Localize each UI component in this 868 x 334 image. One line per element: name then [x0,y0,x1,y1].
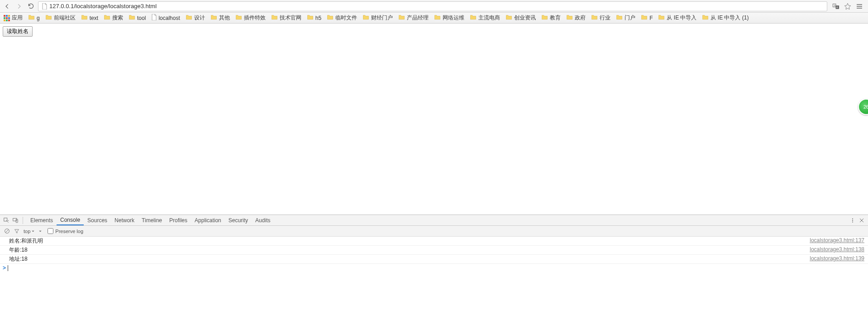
bookmark-item[interactable]: 其他 [210,14,230,22]
log-source-link[interactable]: localstorage3.html:137 [810,237,864,245]
bookmark-item[interactable]: text [81,14,98,21]
devtools: ElementsConsoleSourcesNetworkTimelinePro… [0,215,868,334]
bookmark-label: 从 IE 中导入 [667,14,696,22]
bookmark-item[interactable]: 财经门户 [362,14,393,22]
folder-icon [45,14,52,21]
apps-label: 应用 [12,14,23,22]
svg-point-7 [852,218,853,219]
folder-icon [129,14,135,21]
devtools-tabs: ElementsConsoleSourcesNetworkTimelinePro… [0,215,868,226]
apps-icon [4,15,10,21]
svg-text:文: 文 [834,4,836,7]
bookmark-item[interactable]: 前端社区 [45,14,76,22]
bookmark-item[interactable]: 设计 [186,14,205,22]
devtools-tab-elements[interactable]: Elements [27,215,57,225]
device-icon[interactable] [12,217,19,224]
log-source-link[interactable]: localstorage3.html:139 [810,255,864,263]
svg-point-8 [852,220,853,221]
page-icon [41,3,48,10]
inspect-icon[interactable] [3,217,10,224]
bookmark-item[interactable]: tool [129,14,146,21]
bookmark-label: 门户 [625,14,635,22]
read-name-button[interactable]: 读取姓名 [3,26,33,37]
bookmark-item[interactable]: 技术官网 [271,14,301,22]
bookmark-label: 从 IE 中导入 (1) [711,14,749,22]
bookmark-label: 行业 [600,14,610,22]
bookmark-label: 其他 [219,14,230,22]
devtools-tab-profiles[interactable]: Profiles [166,215,191,225]
reload-button[interactable] [26,2,35,11]
preserve-log-checkbox[interactable] [48,228,53,234]
devtools-tab-application[interactable]: Application [191,215,225,225]
bookmark-item[interactable]: 从 IE 中导入 [658,14,696,22]
folder-icon [641,14,648,21]
folder-icon [702,14,709,21]
bookmark-item[interactable]: h5 [307,14,321,21]
back-button[interactable] [3,2,12,11]
log-message: 姓名:和派孔明 [9,237,43,245]
bookmark-item[interactable]: 政府 [566,14,586,22]
folder-icon [362,14,369,21]
bookmark-label: 主流电商 [478,14,500,22]
bookmark-item[interactable]: 门户 [616,14,635,22]
clear-console-icon[interactable] [4,228,10,234]
folder-icon [398,14,405,21]
devtools-tab-timeline[interactable]: Timeline [138,215,166,225]
apps-shortcut[interactable]: 应用 [4,14,23,22]
bookmark-label: 临时文件 [335,14,357,22]
bookmark-item[interactable]: 从 IE 中导入 (1) [702,14,749,22]
bookmark-label: h5 [315,15,321,21]
context-selector[interactable]: top [24,229,35,234]
devtools-tab-security[interactable]: Security [225,215,252,225]
devtools-more-icon[interactable] [849,217,856,224]
bookmark-label: 搜索 [112,14,123,22]
bookmark-item[interactable]: localhost [151,14,180,22]
folder-icon [104,14,110,21]
folder-icon [541,14,548,21]
bookmarks-bar: 应用 g前端社区text搜索toollocalhost设计其他插件特效技术官网h… [0,13,868,24]
folder-icon [186,14,192,21]
url-text: 127.0.0.1/localstorage/localstorage3.htm… [49,3,157,10]
forward-button[interactable] [14,2,24,11]
bookmark-item[interactable]: F [641,14,653,21]
bookmark-item[interactable]: 产品经理 [398,14,429,22]
folder-icon [327,14,334,21]
bookmark-item[interactable]: 行业 [591,14,610,22]
folder-icon [271,14,278,21]
bookmark-item[interactable]: 创业资讯 [506,14,536,22]
bookmark-item[interactable]: 教育 [541,14,561,22]
devtools-tab-network[interactable]: Network [111,215,138,225]
bookmark-label: localhost [158,15,180,21]
bookmark-item[interactable]: 临时文件 [327,14,357,22]
bookmark-item[interactable]: 主流电商 [470,14,500,22]
devtools-close-icon[interactable] [858,217,865,224]
bookmark-label: 前端社区 [54,14,76,22]
folder-icon [235,14,242,21]
log-message: 年龄:18 [9,246,28,254]
bookmark-item[interactable]: 插件特效 [235,14,266,22]
folder-icon [210,14,217,21]
preserve-log-control[interactable]: Preserve log [46,228,83,234]
devtools-tab-audits[interactable]: Audits [252,215,274,225]
log-source-link[interactable]: localstorage3.html:138 [810,246,864,254]
translate-icon[interactable]: 文A [832,2,840,10]
browser-toolbar: 127.0.0.1/localstorage/localstorage3.htm… [0,0,868,13]
folder-icon [591,14,598,21]
bookmark-item[interactable]: 搜索 [104,14,123,22]
folder-icon [506,14,512,21]
devtools-tab-console[interactable]: Console [57,215,84,225]
filter-icon[interactable] [14,228,20,234]
console-prompt[interactable]: > [0,264,868,272]
bookmark-label: 设计 [194,14,205,22]
bookmark-label: 教育 [550,14,561,22]
omnibox[interactable]: 127.0.0.1/localstorage/localstorage3.htm… [38,1,827,11]
menu-icon[interactable] [855,2,863,10]
bookmark-item[interactable]: 网络运维 [434,14,464,22]
devtools-tab-sources[interactable]: Sources [84,215,111,225]
bookmark-item[interactable]: g [28,14,40,21]
folder-icon [470,14,477,21]
level-dropdown-icon[interactable] [38,229,42,233]
star-icon[interactable] [844,2,852,10]
bookmark-label: 财经门户 [371,14,393,22]
bookmark-label: 网络运维 [443,14,464,22]
